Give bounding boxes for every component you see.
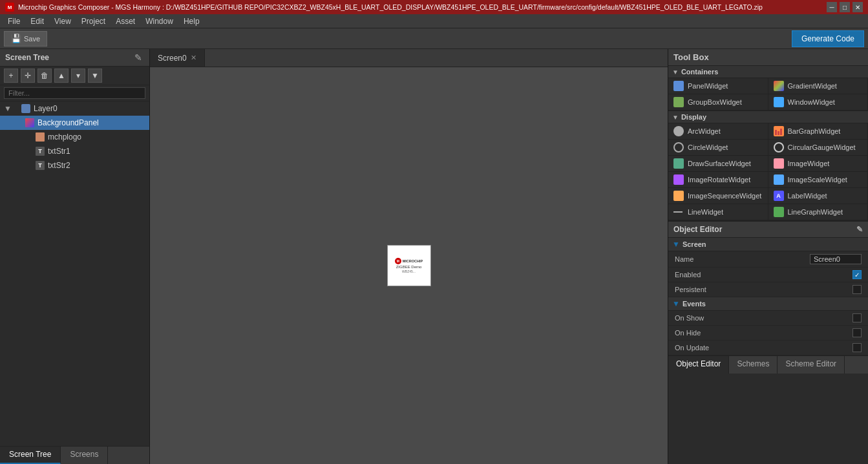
containers-grid: PanelWidget GradientWidget GroupBoxWidge… (668, 78, 868, 111)
canvas-area: Screen0 ✕ M MICROCHIP ZIGBEE Demo WBZ45.… (150, 49, 668, 464)
widget-imagesequence[interactable]: ImageSequenceWidget (668, 188, 768, 204)
widget-gradient[interactable]: GradientWidget (768, 78, 869, 94)
tree-item-layer0[interactable]: ▼ Layer0 (0, 101, 149, 116)
name-input[interactable] (810, 254, 862, 264)
containers-section-header[interactable]: ▼ Containers (668, 66, 868, 78)
widget-imagerotate[interactable]: ImageRotateWidget (668, 172, 768, 188)
onshow-checkbox[interactable] (852, 313, 862, 322)
name-label: Name (675, 255, 810, 263)
linegraph-icon (774, 207, 784, 217)
filter-input[interactable] (4, 87, 145, 99)
tree-item-label: txtStr1 (48, 147, 70, 156)
tree-item-txtstr1[interactable]: T txtStr1 (0, 144, 149, 158)
widget-linegraph[interactable]: LineGraphWidget (768, 204, 869, 220)
toolbox-header: Tool Box (668, 49, 868, 66)
obj-onshow-row: On Show (668, 311, 868, 326)
menu-edit[interactable]: Edit (25, 16, 49, 27)
screen-tree-header: Screen Tree ✎ (0, 49, 149, 67)
widget-window[interactable]: WindowWidget (768, 94, 869, 111)
br-tab-schemes[interactable]: Schemes (729, 356, 778, 374)
pencil-icon[interactable]: ✎ (856, 225, 863, 234)
onupdate-label: On Update (675, 344, 852, 352)
collapse-arrow-containers: ▼ (672, 69, 679, 76)
widget-line[interactable]: LineWidget (668, 204, 768, 220)
events-collapse-arrow: ▼ (672, 299, 680, 308)
widget-circulargauge[interactable]: CircularGaugeWidget (768, 140, 869, 156)
tree-item-bgpanel[interactable]: BackgroundPanel (0, 116, 149, 130)
br-tab-scheme-editor[interactable]: Scheme Editor (778, 356, 845, 374)
edit-button[interactable]: ✎ (132, 52, 144, 63)
header-actions: ✎ (132, 52, 144, 63)
minimize-button[interactable]: ─ (827, 2, 837, 12)
obj-name-row: Name (668, 251, 868, 268)
tab-screens[interactable]: Screens (61, 447, 108, 464)
onupdate-checkbox[interactable] (852, 343, 862, 352)
obj-screen-section[interactable]: ▼ Screen (668, 238, 868, 251)
add-button[interactable]: + (4, 69, 18, 83)
groupbox-label: GroupBoxWidget (688, 98, 742, 106)
widget-arc[interactable]: ArcWidget (668, 123, 768, 140)
tree-item-txtstr2[interactable]: T txtStr2 (0, 158, 149, 173)
preview-logo-text: MICROCHIP (403, 259, 423, 263)
canvas-tab-screen0[interactable]: Screen0 ✕ (150, 49, 205, 67)
txt-icon2: T (35, 160, 45, 171)
window-controls: ─ □ ✕ (827, 2, 863, 12)
widget-imagescale[interactable]: ImageScaleWidget (768, 172, 869, 188)
save-icon: 💾 (11, 34, 21, 43)
menu-window[interactable]: Window (140, 16, 178, 27)
screen-preview: M MICROCHIP ZIGBEE Demo WBZ45... (387, 245, 431, 286)
enabled-checkbox[interactable] (852, 270, 862, 279)
arc-label: ArcWidget (688, 127, 721, 135)
widget-bargraph[interactable]: BarGraphWidget (768, 123, 869, 140)
preview-line1: ZIGBEE Demo (396, 265, 422, 269)
restore-button[interactable]: □ (840, 2, 850, 12)
image-label: ImageWidget (788, 160, 830, 167)
bg-icon (25, 118, 35, 128)
circulargauge-icon (774, 142, 784, 153)
collapse-arrow[interactable]: ▼ (4, 104, 10, 113)
widget-drawsurface[interactable]: DrawSurfaceWidget (668, 156, 768, 172)
bargraph-label: BarGraphWidget (788, 127, 841, 135)
imagerotate-icon (673, 174, 684, 185)
widget-label[interactable]: A LabelWidget (768, 188, 869, 204)
app-icon: M (5, 3, 14, 12)
widget-groupbox[interactable]: GroupBoxWidget (668, 94, 768, 111)
drawsurface-label: DrawSurfaceWidget (688, 160, 751, 167)
canvas-tab-close[interactable]: ✕ (191, 54, 196, 62)
move-up-button[interactable]: ▲ (54, 69, 69, 83)
save-button[interactable]: 💾 Save (4, 31, 47, 47)
panel-icon (673, 81, 684, 91)
widget-circle[interactable]: CircleWidget (668, 140, 768, 156)
move-button[interactable]: ✛ (21, 69, 35, 83)
close-button[interactable]: ✕ (852, 2, 863, 12)
canvas-content[interactable]: M MICROCHIP ZIGBEE Demo WBZ45... (150, 67, 668, 464)
obj-events-section[interactable]: ▼ Events (668, 297, 868, 311)
widget-panel[interactable]: PanelWidget (668, 78, 768, 94)
object-editor: Object Editor ✎ ▼ Screen Name Enabled Pe… (668, 221, 868, 355)
toolbox-title: Tool Box (673, 52, 709, 62)
tree-item-mchplogo[interactable]: mchplogo (0, 130, 149, 144)
bottom-tabs: Screen Tree Screens (0, 446, 149, 464)
enabled-label: Enabled (675, 271, 852, 279)
menu-file[interactable]: File (3, 16, 25, 27)
tab-screen-tree[interactable]: Screen Tree (0, 447, 61, 464)
menu-help[interactable]: Help (178, 16, 205, 27)
widget-image[interactable]: ImageWidget (768, 156, 869, 172)
persistent-checkbox[interactable] (852, 285, 862, 294)
menu-view[interactable]: View (49, 16, 76, 27)
onhide-checkbox[interactable] (852, 328, 862, 337)
move-down-small-button[interactable]: ▾ (71, 69, 85, 83)
move-down-button[interactable]: ▼ (88, 69, 102, 83)
br-tab-object-editor[interactable]: Object Editor (668, 356, 729, 374)
tree-item-label: txtStr2 (48, 161, 70, 170)
obj-screen-label: Screen (683, 240, 706, 248)
menu-asset[interactable]: Asset (111, 16, 140, 27)
line-icon (673, 207, 684, 217)
linegraph-label: LineGraphWidget (788, 208, 843, 216)
delete-button[interactable]: 🗑 (37, 69, 52, 83)
display-section-header[interactable]: ▼ Display (668, 111, 868, 123)
obj-onhide-row: On Hide (668, 326, 868, 341)
menu-project[interactable]: Project (76, 16, 111, 27)
tree-filter-area (0, 85, 149, 101)
generate-code-button[interactable]: Generate Code (792, 30, 864, 47)
